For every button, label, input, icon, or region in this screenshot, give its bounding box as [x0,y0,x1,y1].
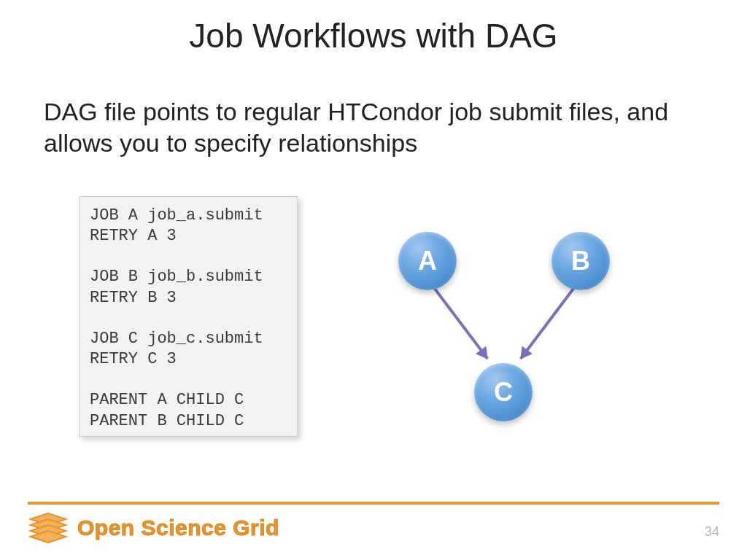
page-number: 34 [705,524,719,540]
slide-subtitle: DAG file points to regular HTCondor job … [44,96,703,158]
node-c-label: C [494,377,513,408]
footer-divider [28,502,719,505]
arrow-b-to-c [519,288,574,359]
slide-title: Job Workflows with DAG [0,16,747,55]
dag-diagram: A B C [379,219,671,452]
node-c: C [474,363,533,421]
node-b-label: B [571,246,590,276]
stack-icon [28,512,69,544]
arrow-a-to-c [433,288,488,359]
node-b: B [551,232,610,290]
footer: Open Science Grid [28,512,279,544]
node-a: A [398,232,457,290]
node-a-label: A [418,246,437,276]
footer-brand-text: Open Science Grid [77,516,279,540]
dag-code-block: JOB A job_a.submit RETRY A 3 JOB B job_b… [79,196,298,437]
slide: Job Workflows with DAG DAG file points t… [0,0,747,560]
